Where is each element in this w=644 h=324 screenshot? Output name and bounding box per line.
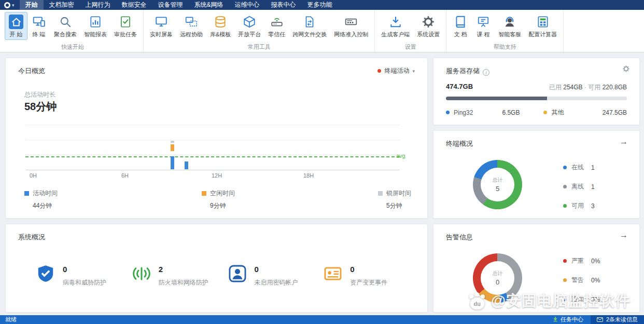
ribbon-item-label: 远程协助	[180, 31, 203, 38]
ribbon-item-system-settings[interactable]: 系统设置	[413, 12, 443, 40]
ribbon-item-smart-support[interactable]: 智能客服	[495, 12, 525, 40]
system-items: 0 病毒和威胁防护 2 防火墙和网络防护 0 未启用密码	[36, 264, 419, 287]
storage-bar	[446, 97, 627, 100]
arrow-right-icon[interactable]: →	[620, 231, 628, 240]
legend-active-time: 活动时间 44分钟	[24, 189, 58, 210]
donut-center: 总计 0	[481, 261, 514, 295]
system-overview-card: 系统概况 0 病毒和威胁防护 2 防火墙和网络防护	[5, 224, 428, 313]
ribbon-item-file-exchange[interactable]: 跨网文件交换	[289, 12, 330, 40]
legend-label: 可用	[571, 201, 584, 210]
task-center-label: 任务中心	[561, 316, 583, 323]
task-center-button[interactable]: 任务中心	[545, 315, 591, 324]
ribbon-item-label: 审批任务	[114, 31, 137, 38]
menu-tab-data-security[interactable]: 数据安全	[116, 0, 152, 10]
network-switch-icon	[343, 14, 359, 30]
chevron-down-icon: ▾	[12, 3, 15, 8]
ribbon-item-generate-client[interactable]: 生成客户端	[377, 12, 413, 40]
ribbon-item-terminal[interactable]: 终 端	[27, 12, 50, 40]
item-value: 0	[255, 264, 298, 274]
ribbon-item-open-platform[interactable]: 开放平台	[234, 12, 264, 40]
menu-tab-report-center[interactable]: 报表中心	[265, 0, 302, 10]
ribbon-item-report[interactable]: 智能报表	[80, 12, 110, 40]
legend-value: 9分钟	[202, 201, 235, 210]
separator-dot: ·	[584, 84, 586, 91]
x-tick: 12H	[212, 172, 222, 179]
menu-tab-doc-encrypt[interactable]: 文档加密	[44, 0, 80, 10]
ribbon-group-label: 常用工具	[146, 43, 372, 52]
free-value: 220.8GB	[603, 84, 627, 91]
total-activity-value: 58分钟	[24, 100, 57, 114]
free-label: 可用	[588, 84, 600, 91]
terminal-donut-chart: 总计 5	[473, 160, 522, 209]
ribbon-item-docs[interactable]: 文 档	[449, 12, 472, 40]
ribbon-item-label: 智能客服	[498, 31, 521, 38]
item-label: 病毒和威胁防护	[63, 278, 106, 287]
legend-label: Ping32	[454, 109, 473, 116]
menu-tab-ops-center[interactable]: 运维中心	[229, 0, 265, 10]
envelope-icon	[597, 317, 603, 323]
menu-tab-device-mgmt[interactable]: 设备管理	[152, 0, 189, 10]
arrow-right-icon[interactable]: →	[620, 137, 628, 146]
status-ready-text: 就绪	[5, 316, 17, 323]
menu-tab-more-features[interactable]: 更多功能	[302, 0, 338, 10]
item-value: 2	[159, 264, 208, 274]
legend-label: 在线	[571, 163, 584, 172]
ribbon-item-live-screen[interactable]: 实时屏幕	[146, 12, 176, 40]
legend-offline: 离线 1	[563, 182, 595, 191]
legend-dot	[563, 185, 567, 188]
activity-filter-dropdown[interactable]: 终端活动 ▾	[377, 66, 415, 75]
donut-center-label: 总计	[493, 270, 503, 277]
item-value: 0	[63, 264, 106, 274]
ribbon-item-zero-trust[interactable]: 零信任	[264, 12, 289, 40]
ribbon-item-config-calculator[interactable]: 配置计算器	[525, 12, 561, 40]
ribbon-item-label: 生成客户端	[381, 31, 410, 38]
storage-bar-used	[446, 97, 547, 100]
database-icon	[213, 14, 228, 30]
legend-dot	[563, 204, 567, 208]
legend-critical: 严重 0%	[563, 256, 600, 265]
ribbon-group-label: 设置	[377, 43, 443, 52]
alerts-legend: 严重 0% 警告 0% 通知 0%	[563, 256, 600, 314]
asset-card-icon	[323, 264, 343, 286]
unread-messages-button[interactable]: 2条未读信息	[591, 315, 644, 324]
legend-value: 0%	[591, 258, 600, 265]
ribbon-item-search[interactable]: 聚合搜索	[50, 12, 80, 40]
info-icon[interactable]: i	[483, 69, 489, 76]
download-arrow-icon	[553, 316, 558, 323]
storage-total: 474.7GB	[446, 83, 473, 90]
ribbon-item-label: 配置计算器	[528, 31, 557, 38]
menu-tab-system-network[interactable]: 系统&网络	[189, 0, 229, 10]
legend-value: 0%	[591, 296, 600, 303]
ribbon-item-remote-assist[interactable]: 远程协助	[176, 12, 206, 40]
storage-legend: Ping32 6.5GB 其他 247.5GB	[446, 108, 627, 117]
donut-center-value: 5	[496, 185, 499, 193]
app-logo-button[interactable]: ▾	[0, 0, 20, 10]
system-item-virus-protection: 0 病毒和威胁防护	[36, 264, 132, 287]
ribbon-group-label: 帮助支持	[449, 43, 561, 52]
search-icon	[58, 14, 73, 30]
ribbon-group-quick-start: 开 始 终 端 聚合搜索	[2, 10, 144, 52]
storage-legend-ping32: Ping32 6.5GB	[446, 108, 520, 117]
ribbon-group-common-tools: 实时屏幕 远程协助 库&模板	[144, 10, 375, 52]
legend-dot	[563, 278, 567, 282]
app-window: ▾ 开始 文档加密 上网行为 数据安全 设备管理 系统&网络 运维中心 报表中心…	[0, 0, 644, 324]
storage-settings-gear-icon[interactable]	[622, 65, 630, 75]
ribbon-item-approval[interactable]: 审批任务	[110, 12, 141, 40]
menu-bar: ▾ 开始 文档加密 上网行为 数据安全 设备管理 系统&网络 运维中心 报表中心…	[0, 0, 644, 10]
ribbon-item-library[interactable]: 库&模板	[206, 12, 234, 40]
legend-label: 通知	[571, 295, 584, 304]
donut-center-label: 总计	[493, 177, 503, 184]
menu-tab-internet-behavior[interactable]: 上网行为	[80, 0, 116, 10]
ribbon-item-courses[interactable]: 课 程	[472, 12, 495, 40]
ribbon-item-network-access-control[interactable]: 网络准入控制	[330, 12, 372, 40]
legend-label: 空闲时间	[210, 189, 235, 198]
book-icon	[453, 14, 468, 30]
legend-label: 活动时间	[33, 189, 58, 198]
menu-tab-start[interactable]: 开始	[20, 0, 44, 10]
ribbon-item-label: 库&模板	[210, 31, 231, 38]
system-item-asset-change-events: 0 资产变更事件	[323, 264, 419, 287]
ribbon-item-start[interactable]: 开 始	[5, 12, 27, 40]
alert-info-card: 告警信息 → 总计 0 严重 0% 警告 0% 通知 0%	[433, 224, 640, 313]
legend-dot	[563, 259, 567, 263]
avg-label: avg	[396, 153, 405, 159]
